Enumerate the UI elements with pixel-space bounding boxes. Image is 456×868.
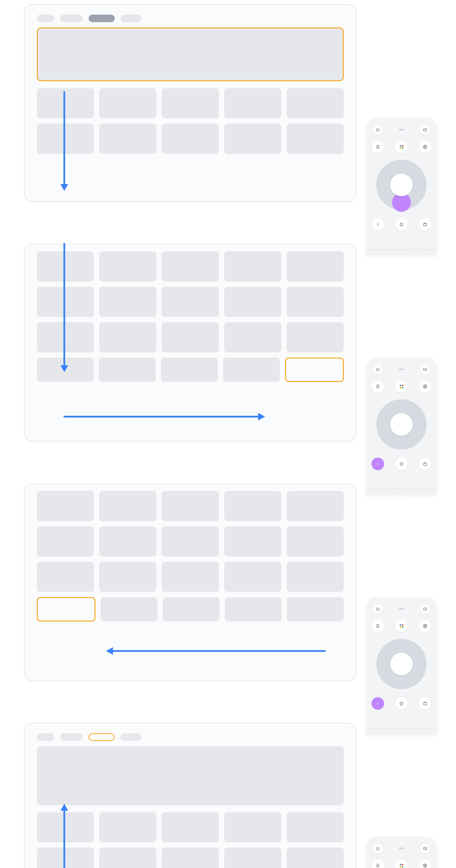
content-card[interactable] xyxy=(287,597,344,621)
hero-banner-focused[interactable] xyxy=(37,27,344,81)
content-card[interactable] xyxy=(287,847,344,868)
nav-tab[interactable] xyxy=(60,733,83,741)
svg-marker-6 xyxy=(60,365,68,372)
arrow-right xyxy=(64,411,267,425)
content-card[interactable] xyxy=(287,322,344,352)
content-card[interactable] xyxy=(287,88,344,118)
settings-button[interactable] xyxy=(419,380,431,393)
content-card[interactable] xyxy=(99,88,156,118)
live-tv-button[interactable] xyxy=(419,458,431,470)
bookmark-button[interactable] xyxy=(372,620,384,632)
content-card[interactable] xyxy=(162,812,219,842)
content-card[interactable] xyxy=(224,322,281,352)
assistant-icon xyxy=(400,864,403,867)
home-button[interactable] xyxy=(395,697,408,710)
content-card-focused[interactable] xyxy=(37,597,95,621)
content-card-focused[interactable] xyxy=(285,358,344,382)
content-card[interactable] xyxy=(224,562,281,592)
content-card[interactable] xyxy=(287,491,344,521)
content-card[interactable] xyxy=(287,526,344,557)
live-tv-button[interactable] xyxy=(419,697,431,710)
content-card[interactable] xyxy=(99,358,156,382)
content-card[interactable] xyxy=(99,847,156,868)
assistant-button[interactable] xyxy=(395,141,408,153)
nav-tab[interactable] xyxy=(121,14,141,22)
bookmark-button[interactable] xyxy=(372,380,384,393)
input-button[interactable] xyxy=(420,365,430,374)
arrow-left xyxy=(104,646,327,660)
bookmark-button[interactable] xyxy=(372,141,384,153)
content-card[interactable] xyxy=(163,597,220,621)
nav-tab[interactable] xyxy=(121,733,141,741)
assistant-button[interactable] xyxy=(395,859,408,868)
nav-tab-focused[interactable] xyxy=(89,733,115,741)
back-button[interactable] xyxy=(372,218,384,230)
svg-marker-1 xyxy=(60,184,68,191)
dpad-center[interactable] xyxy=(390,174,413,196)
content-card[interactable] xyxy=(162,526,219,557)
assistant-button[interactable] xyxy=(395,380,408,393)
content-card[interactable] xyxy=(223,358,280,382)
content-card[interactable] xyxy=(99,491,156,521)
settings-button[interactable] xyxy=(419,141,431,153)
input-button[interactable] xyxy=(420,125,430,135)
svg-marker-18 xyxy=(60,804,68,811)
content-card[interactable] xyxy=(99,562,156,592)
content-card[interactable] xyxy=(287,251,344,282)
content-card[interactable] xyxy=(99,251,156,282)
nav-tab-active[interactable] xyxy=(89,14,115,22)
home-button[interactable] xyxy=(395,218,408,230)
input-button[interactable] xyxy=(420,844,430,854)
home-button[interactable] xyxy=(395,458,408,470)
settings-button[interactable] xyxy=(419,859,431,868)
content-card[interactable] xyxy=(101,597,158,621)
dpad-center[interactable] xyxy=(390,653,413,675)
content-card[interactable] xyxy=(224,287,281,317)
content-card[interactable] xyxy=(99,526,156,557)
nav-tab[interactable] xyxy=(60,14,83,22)
content-card[interactable] xyxy=(224,812,281,842)
content-card[interactable] xyxy=(99,124,156,154)
content-card[interactable] xyxy=(162,251,219,282)
power-button[interactable] xyxy=(373,125,383,135)
content-card[interactable] xyxy=(224,847,281,868)
hero-banner[interactable] xyxy=(37,746,344,805)
content-card[interactable] xyxy=(162,491,219,521)
content-card[interactable] xyxy=(162,562,219,592)
nav-tab[interactable] xyxy=(37,733,54,741)
bookmark-button[interactable] xyxy=(372,859,384,868)
content-card[interactable] xyxy=(162,124,219,154)
content-card[interactable] xyxy=(287,812,344,842)
power-button[interactable] xyxy=(373,365,383,374)
back-button-highlight[interactable] xyxy=(372,697,384,710)
content-card[interactable] xyxy=(162,322,219,352)
content-card[interactable] xyxy=(99,287,156,317)
content-card[interactable] xyxy=(37,562,94,592)
power-button[interactable] xyxy=(373,604,383,614)
content-card[interactable] xyxy=(224,124,281,154)
content-card[interactable] xyxy=(99,812,156,842)
assistant-button[interactable] xyxy=(395,620,408,632)
content-card[interactable] xyxy=(224,88,281,118)
content-card[interactable] xyxy=(224,526,281,557)
content-card[interactable] xyxy=(162,287,219,317)
content-card[interactable] xyxy=(287,287,344,317)
content-card[interactable] xyxy=(287,562,344,592)
content-card[interactable] xyxy=(224,491,281,521)
content-card[interactable] xyxy=(161,358,218,382)
content-card[interactable] xyxy=(162,88,219,118)
content-card[interactable] xyxy=(99,322,156,352)
content-card[interactable] xyxy=(287,124,344,154)
dpad-center[interactable] xyxy=(390,413,413,436)
content-card[interactable] xyxy=(224,251,281,282)
content-card[interactable] xyxy=(225,597,282,621)
content-card[interactable] xyxy=(37,491,94,521)
nav-tab[interactable] xyxy=(37,14,54,22)
live-tv-button[interactable] xyxy=(419,218,431,230)
settings-button[interactable] xyxy=(419,620,431,632)
input-button[interactable] xyxy=(420,604,430,614)
content-card[interactable] xyxy=(37,526,94,557)
power-button[interactable] xyxy=(373,844,383,854)
content-card[interactable] xyxy=(162,847,219,868)
back-button-highlight[interactable] xyxy=(372,458,384,470)
